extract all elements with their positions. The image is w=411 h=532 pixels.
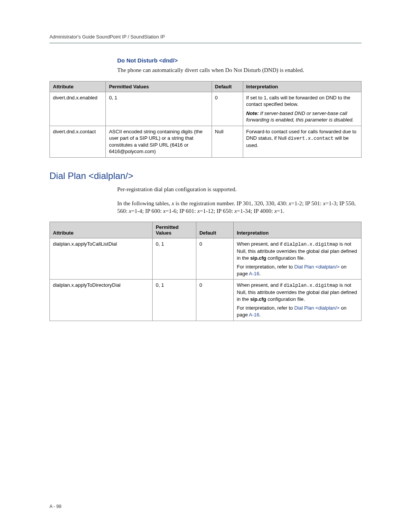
code: dialplan.x.digitmap xyxy=(284,242,338,247)
cell-interpretation: When present, and if dialplan.x.digitmap… xyxy=(234,280,362,321)
frag: When present, and if xyxy=(237,282,284,288)
cell-interpretation: If set to 1, calls will be forwarded on … xyxy=(243,92,361,126)
note-label: Note: xyxy=(246,110,259,116)
table-row: dialplan.x.applyToDirectoryDial 0, 1 0 W… xyxy=(50,280,362,321)
interp-text: If set to 1, calls will be forwarded on … xyxy=(246,94,358,108)
p2-frag: =1-4; IP 600: xyxy=(131,208,163,214)
interp-p1: When present, and if dialplan.x.digitmap… xyxy=(237,241,358,261)
table-row: divert.dnd.x.enabled 0, 1 0 If set to 1,… xyxy=(50,92,362,126)
cell-attribute: dialplan.x.applyToCallListDial xyxy=(50,238,153,280)
frag: configuration file. xyxy=(266,255,305,261)
col-interpretation: Interpretation xyxy=(243,81,361,92)
p2-frag: =1-2; IP 501: xyxy=(291,200,323,206)
table-row: dialplan.x.applyToCallListDial 0, 1 0 Wh… xyxy=(50,238,362,280)
interp-note: Note: If server-based DND or server-base… xyxy=(246,110,358,123)
table-dnd: Attribute Permitted Values Default Inter… xyxy=(49,81,362,158)
frag: configuration file. xyxy=(266,296,305,302)
interp-p2: For interpretation, refer to Dial Plan <… xyxy=(237,305,358,318)
cell-default: Null xyxy=(212,126,243,157)
cell-attribute: divert.dnd.x.contact xyxy=(50,126,106,157)
frag: For interpretation, refer to xyxy=(237,305,294,311)
heading-dialplan: Dial Plan <dialplan/> xyxy=(49,171,362,181)
col-default: Default xyxy=(212,81,243,92)
note-body: If server-based DND or server-base call … xyxy=(246,110,354,123)
cross-ref-page[interactable]: A-16 xyxy=(249,271,259,276)
col-permitted: Permitted Values xyxy=(106,81,212,92)
paragraph-dnd-intro: The phone can automatically divert calls… xyxy=(117,67,362,74)
cell-default: 0 xyxy=(196,238,233,280)
cell-permitted: 0, 1 xyxy=(153,238,196,280)
paragraph-dialplan-1: Per-registration dial plan configuration… xyxy=(117,186,362,193)
subheading-dnd: Do Not Disturb <dnd/> xyxy=(117,57,362,64)
var-x: x xyxy=(274,208,277,214)
col-attribute: Attribute xyxy=(50,81,106,92)
cell-interpretation: When present, and if dialplan.x.digitmap… xyxy=(234,238,362,280)
col-default: Default xyxy=(196,222,233,238)
p2-frag: In the following tables, xyxy=(117,200,172,206)
col-interpretation: Interpretation xyxy=(234,222,362,238)
cell-permitted: ASCII encoded string containing digits (… xyxy=(106,126,212,157)
frag: . xyxy=(259,271,261,276)
cell-attribute: dialplan.x.applyToDirectoryDial xyxy=(50,280,153,321)
col-permitted: Permitted Values xyxy=(153,222,196,238)
table-dialplan: Attribute Permitted Values Default Inter… xyxy=(49,222,362,321)
var-x: x xyxy=(234,208,237,214)
interp-code: divert.x.contact xyxy=(288,136,334,141)
cell-interpretation: Forward-to contact used for calls forwar… xyxy=(243,126,361,157)
frag: For interpretation, refer to xyxy=(237,264,294,270)
p2-frag: =1-34; IP 4000: xyxy=(237,208,274,214)
frag: . xyxy=(259,312,261,318)
page: Administrator's Guide SoundPoint IP / So… xyxy=(0,0,411,532)
col-attribute: Attribute xyxy=(50,222,153,238)
paragraph-dialplan-2: In the following tables, x is the regist… xyxy=(117,200,362,215)
table-row: divert.dnd.x.contact ASCII encoded strin… xyxy=(50,126,362,157)
bold: sip.cfg xyxy=(250,255,266,261)
code: dialplan.x.digitmap xyxy=(284,283,338,288)
cross-ref-link[interactable]: Dial Plan <dialplan/> xyxy=(294,264,339,270)
p2-frag: =1-12; IP 650: xyxy=(200,208,234,214)
cell-permitted: 0, 1 xyxy=(106,92,212,126)
running-header: Administrator's Guide SoundPoint IP / So… xyxy=(49,34,362,43)
table-header-row: Attribute Permitted Values Default Inter… xyxy=(50,81,362,92)
cell-permitted: 0, 1 xyxy=(153,280,196,321)
var-x: x xyxy=(172,200,174,206)
table-header-row: Attribute Permitted Values Default Inter… xyxy=(50,222,362,238)
p2-frag: is the registration number. IP 301, 320,… xyxy=(174,200,289,206)
interp-p2: For interpretation, refer to Dial Plan <… xyxy=(237,264,358,277)
cell-default: 0 xyxy=(196,280,233,321)
p2-frag: =1. xyxy=(277,208,285,214)
p2-frag: =1-6; IP 601: xyxy=(166,208,197,214)
interp-p1: When present, and if dialplan.x.digitmap… xyxy=(237,282,358,302)
frag: When present, and if xyxy=(237,241,284,247)
bold: sip.cfg xyxy=(250,296,266,302)
cell-default: 0 xyxy=(212,92,243,126)
cross-ref-link[interactable]: Dial Plan <dialplan/> xyxy=(294,305,339,311)
page-number: A - 98 xyxy=(49,504,61,509)
cell-attribute: divert.dnd.x.enabled xyxy=(50,92,106,126)
cross-ref-page[interactable]: A-16 xyxy=(249,312,259,318)
